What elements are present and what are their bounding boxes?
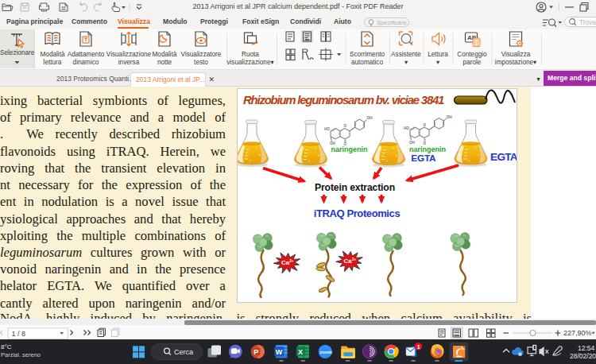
svg-text:1: 1	[417, 344, 420, 350]
svg-text:W: W	[276, 348, 283, 356]
svg-text:P: P	[253, 348, 258, 356]
svg-text:227,90%: 227,90%	[563, 329, 592, 337]
svg-text:12:54: 12:54	[578, 344, 595, 352]
svg-text:Protein extraction: Protein extraction	[315, 182, 395, 193]
svg-text:iTRAQ Proteomics: iTRAQ Proteomics	[314, 207, 401, 219]
svg-text:1 / 8: 1 / 8	[12, 329, 26, 337]
svg-text:X: X	[298, 348, 303, 356]
svg-text:Rhizobium leguminosarum bv. vi: Rhizobium leguminosarum bv. viciae 3841	[243, 93, 444, 106]
svg-text:EGTA: EGTA	[411, 153, 436, 164]
svg-text:zoom: zoom	[319, 349, 332, 354]
svg-text:28/02/2024: 28/02/2024	[570, 352, 596, 360]
svg-text:naringenin: naringenin	[331, 145, 367, 153]
svg-text:Cerca: Cerca	[174, 348, 193, 356]
svg-text:EGTA: EGTA	[490, 151, 517, 163]
